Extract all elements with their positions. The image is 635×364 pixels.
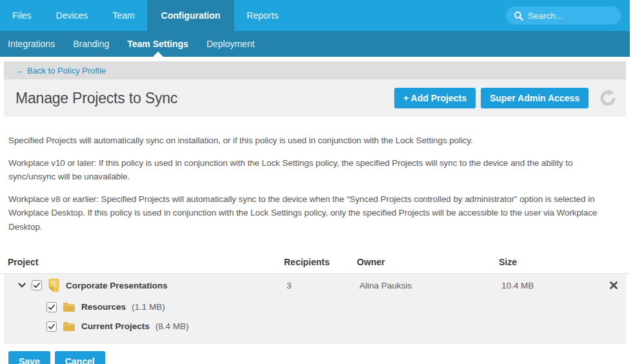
footer-actions: Save Cancel	[0, 343, 630, 364]
folder-size: (8.4 MB)	[156, 321, 189, 331]
column-header-owner: Owner	[357, 257, 499, 267]
save-button[interactable]: Save	[8, 351, 50, 364]
recipients-value: 3	[284, 281, 357, 290]
page-header: ← Back to Policy Profile Manage Projects…	[4, 61, 626, 117]
checkmark-icon	[48, 303, 55, 311]
page-title: Manage Projects to Sync	[15, 90, 394, 107]
description-paragraph-2: Workplace v10 or later: If this policy i…	[8, 156, 616, 184]
checkmark-icon	[48, 323, 55, 330]
folder-icon	[63, 321, 76, 332]
project-cell: Corporate Presentations	[4, 278, 284, 292]
cancel-button[interactable]: Cancel	[55, 351, 105, 364]
breadcrumb-strip: ← Back to Policy Profile	[4, 61, 626, 79]
subnav-item-team-settings[interactable]: Team Settings	[118, 31, 197, 57]
subnav-item-label: Team Settings	[127, 39, 188, 49]
back-link-label: Back to Policy Profile	[27, 66, 106, 76]
remove-project-icon[interactable]	[608, 279, 620, 291]
table-row-folder-resources: Resources (1.1 MB)	[4, 298, 626, 317]
search-icon	[514, 11, 523, 21]
project-name: Corporate Presentations	[66, 281, 168, 290]
add-projects-button[interactable]: + Add Projects	[394, 88, 476, 108]
folder-name: Current Projects	[81, 321, 150, 331]
column-header-recipients: Recipients	[284, 257, 357, 267]
checkmark-icon	[33, 281, 41, 289]
description-paragraph-1: Specified Projects will automatically sy…	[8, 134, 616, 148]
table-row-corporate-presentations: Corporate Presentations 3 Alina Pauksis …	[4, 274, 626, 298]
projects-table-body: Corporate Presentations 3 Alina Pauksis …	[4, 274, 626, 343]
projects-table-header: Project Recipients Owner Size	[0, 243, 630, 274]
policy-description: Specified Projects will automatically sy…	[0, 117, 630, 234]
top-nav: Files Devices Team Configuration Reports	[0, 0, 630, 31]
nav-item-files[interactable]: Files	[0, 0, 44, 31]
remove-cell	[602, 279, 620, 291]
folder-name: Resources	[81, 302, 126, 312]
table-row-folder-current-projects: Current Projects (8.4 MB)	[4, 317, 626, 336]
chevron-down-icon[interactable]	[18, 283, 26, 288]
column-header-project: Project	[8, 257, 284, 267]
size-value: 10.4 MB	[499, 281, 602, 290]
folder-size: (1.1 MB)	[132, 302, 165, 312]
nav-item-team[interactable]: Team	[100, 0, 146, 31]
title-actions: + Add Projects Super Admin Access	[394, 88, 617, 108]
refresh-icon[interactable]	[599, 89, 617, 107]
subnav-item-branding[interactable]: Branding	[64, 31, 118, 57]
subnav-item-integrations[interactable]: Integrations	[0, 31, 64, 57]
owner-value: Alina Pauksis	[357, 281, 499, 290]
subnav-item-deployment[interactable]: Deployment	[197, 31, 264, 57]
super-admin-access-button[interactable]: Super Admin Access	[481, 88, 589, 108]
active-tab-caret	[153, 52, 163, 57]
folder-icon	[63, 302, 76, 312]
column-header-actions	[602, 257, 623, 267]
nav-item-configuration[interactable]: Configuration	[147, 0, 235, 31]
folder-checkbox[interactable]	[46, 302, 57, 312]
search-input[interactable]	[528, 11, 612, 21]
back-to-policy-link[interactable]: ← Back to Policy Profile	[15, 66, 106, 76]
back-arrow-icon: ←	[15, 66, 24, 76]
app-window: Files Devices Team Configuration Reports…	[0, 0, 630, 364]
main-content: Specified Projects will automatically sy…	[0, 117, 630, 364]
nav-item-devices[interactable]: Devices	[44, 0, 101, 31]
sub-nav: Integrations Branding Team Settings Depl…	[0, 31, 630, 57]
title-bar: Manage Projects to Sync + Add Projects S…	[4, 79, 626, 117]
folder-checkbox[interactable]	[46, 321, 57, 332]
description-paragraph-3: Workplace v8 or earlier: Specified Proje…	[8, 192, 616, 234]
project-note-icon	[48, 278, 60, 292]
project-checkbox[interactable]	[32, 280, 42, 290]
column-header-size: Size	[499, 257, 602, 267]
search-box[interactable]	[506, 6, 621, 25]
nav-item-reports[interactable]: Reports	[234, 0, 290, 31]
